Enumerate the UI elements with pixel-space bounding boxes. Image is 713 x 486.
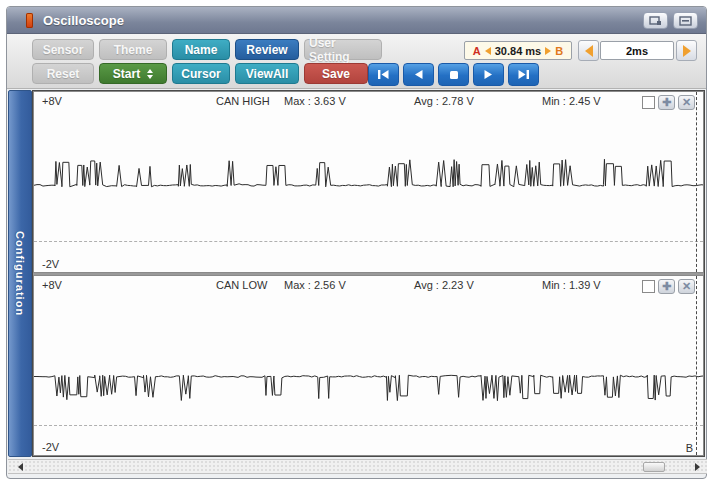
min-value: Min : 2.45 V	[542, 95, 601, 107]
channel-checkbox[interactable]	[642, 96, 655, 109]
horizontal-scrollbar[interactable]	[8, 459, 707, 474]
cursor-b-arrow-icon	[545, 47, 551, 55]
scroll-left-button[interactable]	[14, 461, 26, 473]
step-back-button[interactable]	[403, 63, 434, 86]
skip-to-end-icon	[517, 69, 530, 80]
channel-checkbox[interactable]	[642, 280, 655, 293]
start-spinner-icon	[147, 69, 153, 79]
cursor-b-label: B	[555, 45, 563, 57]
scrollbar-thumb[interactable]	[643, 462, 665, 472]
avg-value: Avg : 2.23 V	[414, 279, 474, 291]
skip-to-start-button[interactable]	[368, 63, 399, 86]
cursor-b-tag: B	[686, 442, 693, 454]
channel-name: CAN HIGH	[216, 95, 270, 107]
scroll-left-icon	[18, 463, 23, 471]
viewall-button[interactable]: ViewAll	[235, 63, 299, 84]
left-arrow-icon	[585, 45, 593, 57]
stop-button[interactable]	[438, 63, 469, 86]
timebase-increase-button[interactable]	[676, 40, 697, 61]
title-bar: Oscilloscope	[7, 7, 706, 34]
name-button[interactable]: Name	[172, 39, 230, 60]
playback-controls	[368, 63, 539, 86]
popout-window-button[interactable]	[643, 12, 668, 29]
top-voltage-label: +8V	[42, 279, 62, 291]
timebase-value[interactable]: 2ms	[600, 41, 674, 60]
channel-panel-can-high: +8V CAN HIGH Max : 3.63 V Avg : 2.78 V M…	[33, 91, 704, 273]
toolbar: Sensor Theme Name Review User Setting Re…	[7, 34, 706, 89]
cursor-a-arrow-icon	[485, 47, 491, 55]
channel-panels: +8V CAN HIGH Max : 3.63 V Avg : 2.78 V M…	[32, 90, 705, 457]
stop-icon	[449, 70, 459, 80]
play-icon	[483, 69, 494, 80]
start-button[interactable]: Start	[99, 63, 167, 84]
minimize-window-button[interactable]	[673, 12, 698, 29]
channel-panel-can-low: +8V CAN LOW Max : 2.56 V Avg : 2.23 V Mi…	[33, 275, 704, 457]
scroll-right-button[interactable]	[691, 461, 703, 473]
min-value: Min : 1.39 V	[542, 279, 601, 291]
bottom-voltage-label: -2V	[42, 258, 59, 270]
close-channel-button[interactable]: ✕	[678, 279, 695, 294]
popout-icon	[649, 16, 662, 26]
can-high-waveform	[34, 92, 703, 272]
cursor-b-line[interactable]	[696, 92, 697, 272]
ab-cursor-time-box[interactable]: A 30.84 ms B	[464, 41, 572, 60]
bottom-voltage-label: -2V	[42, 441, 59, 453]
start-button-label: Start	[113, 67, 140, 81]
right-arrow-icon	[683, 45, 691, 57]
can-low-waveform	[34, 276, 703, 456]
cursor-button[interactable]: Cursor	[172, 63, 230, 84]
theme-button[interactable]: Theme	[99, 39, 167, 60]
zoom-in-button[interactable]: ✚	[658, 95, 675, 110]
avg-value: Avg : 2.78 V	[414, 95, 474, 107]
configuration-tab[interactable]: Configuration	[8, 90, 32, 457]
max-value: Max : 3.63 V	[284, 95, 346, 107]
scroll-right-icon	[695, 463, 700, 471]
reset-button[interactable]: Reset	[32, 63, 94, 84]
zero-volt-gridline	[34, 425, 703, 426]
skip-to-start-icon	[377, 69, 390, 80]
play-button[interactable]	[473, 63, 504, 86]
app-icon	[26, 13, 33, 28]
cursor-b-line[interactable]	[696, 276, 697, 456]
review-button[interactable]: Review	[235, 39, 299, 60]
ab-time-value: 30.84 ms	[495, 45, 541, 57]
step-back-icon	[413, 69, 424, 80]
oscilloscope-window: Oscilloscope Sensor Theme Name Review	[6, 6, 707, 479]
sensor-button[interactable]: Sensor	[32, 39, 94, 60]
max-value: Max : 2.56 V	[284, 279, 346, 291]
minimize-icon	[679, 16, 692, 26]
close-channel-button[interactable]: ✕	[678, 95, 695, 110]
top-voltage-label: +8V	[42, 95, 62, 107]
user-setting-button[interactable]: User Setting	[304, 39, 382, 60]
cursor-a-label: A	[473, 45, 481, 57]
configuration-tab-label: Configuration	[14, 231, 26, 316]
zoom-in-button[interactable]: ✚	[658, 279, 675, 294]
waveform-area: Configuration +8V CAN HIGH Max : 3.63 V …	[8, 90, 705, 457]
skip-to-end-button[interactable]	[508, 63, 539, 86]
zero-volt-gridline	[34, 241, 703, 242]
channel-name: CAN LOW	[216, 279, 267, 291]
window-title: Oscilloscope	[43, 13, 124, 28]
save-button[interactable]: Save	[304, 63, 368, 84]
timebase-decrease-button[interactable]	[578, 40, 599, 61]
